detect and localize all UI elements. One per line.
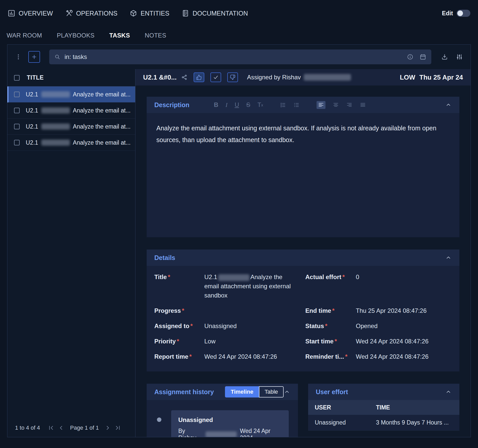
- timeline-entry-date: Wed 24 Apr 2024: [240, 428, 282, 437]
- task-row[interactable]: U2.1 Analyze the email at...: [7, 135, 135, 151]
- nav-item-overview[interactable]: OVERVIEW: [8, 9, 53, 17]
- thumbs-down-button[interactable]: [227, 72, 238, 82]
- field-label-reminder-time: Reminder ti...*: [305, 352, 356, 361]
- search-icon: [54, 54, 60, 60]
- collapse-description-icon[interactable]: [445, 102, 452, 108]
- list-pagination: 1 to 4 of 4 Page 1 of 1: [7, 419, 135, 437]
- bullet-list-icon[interactable]: [293, 102, 300, 108]
- thumbs-up-button[interactable]: [194, 72, 204, 82]
- table-tab[interactable]: Table: [259, 386, 284, 397]
- strikethrough-icon[interactable]: S: [246, 101, 250, 108]
- detail-scroll-area: Description B I U S Tx: [135, 85, 471, 437]
- field-value-end-time: Thu 25 Apr 2024 08:47:26: [356, 306, 452, 315]
- sub-nav: WAR ROOM PLAYBOOKS TASKS NOTES: [0, 27, 478, 44]
- pager-controls: Page 1 of 1: [48, 425, 121, 431]
- user-effort-user: Unassigned: [315, 419, 376, 426]
- time-column-header: TIME: [376, 404, 390, 411]
- share-graph-icon[interactable]: [181, 74, 187, 80]
- collapse-details-icon[interactable]: [445, 254, 452, 261]
- clear-formatting-t: T: [257, 101, 261, 108]
- priority-value: LOW: [400, 73, 415, 81]
- required-marker: *: [325, 322, 327, 329]
- tab-playbooks[interactable]: PLAYBOOKS: [57, 32, 95, 39]
- calendar-icon[interactable]: [420, 54, 426, 60]
- kebab-menu-icon[interactable]: [15, 54, 22, 60]
- title-column-header: TITLE: [27, 74, 44, 81]
- redacted-text: [41, 140, 70, 146]
- task-row[interactable]: U2.1 Analyze the email at...: [7, 103, 135, 119]
- edit-mode-control: Edit: [442, 10, 470, 17]
- field-value-priority: Low: [204, 337, 305, 346]
- task-row-title: Analyze the email at...: [73, 107, 131, 114]
- task-row[interactable]: U2.1 Analyze the email at...: [7, 119, 135, 135]
- underline-icon[interactable]: U: [235, 101, 239, 108]
- top-nav: OVERVIEW OPERATIONS ENTITIES DOCUMENTATI…: [0, 0, 478, 27]
- thumbs-down-icon: [230, 74, 235, 80]
- required-marker: *: [182, 307, 184, 314]
- search-input[interactable]: in: tasks: [49, 49, 431, 64]
- assigned-by-label: Assigned by Rishav: [247, 74, 301, 81]
- field-value-assigned-to: Unassigned: [204, 321, 305, 331]
- row-checkbox[interactable]: [14, 108, 20, 113]
- align-right-icon[interactable]: [346, 102, 353, 108]
- toolbar-right-actions: [441, 53, 463, 60]
- tools-icon: [65, 9, 73, 17]
- search-query-text: in: tasks: [65, 53, 87, 60]
- redacted-text: [41, 91, 70, 97]
- nav-overview-label: OVERVIEW: [19, 10, 53, 17]
- nav-entities-label: ENTITIES: [141, 10, 169, 17]
- bottom-sections: Assignment history Timeline Table: [147, 384, 459, 437]
- nav-item-operations[interactable]: OPERATIONS: [65, 9, 117, 17]
- complete-task-button[interactable]: [210, 72, 221, 82]
- assignment-history-title: Assignment history: [154, 388, 214, 396]
- row-checkbox[interactable]: [14, 124, 20, 129]
- nav-item-documentation[interactable]: DOCUMENTATION: [182, 9, 248, 17]
- last-page-icon[interactable]: [115, 425, 121, 431]
- field-label-priority: Priority*: [154, 337, 204, 346]
- prev-page-icon[interactable]: [58, 425, 65, 431]
- bold-icon[interactable]: B: [214, 101, 218, 108]
- redacted-text: [218, 274, 249, 281]
- field-label-title: Title*: [154, 272, 204, 282]
- task-row[interactable]: U2.1 Analyze the email at...: [7, 86, 135, 103]
- clear-formatting-icon[interactable]: Tx: [257, 101, 263, 108]
- info-icon[interactable]: [407, 54, 413, 60]
- task-row-title: Analyze the email at...: [73, 91, 131, 98]
- assignment-timeline: Unassigned By Rishav Wed 24 Apr 2024: [147, 400, 298, 437]
- required-marker: *: [342, 273, 345, 280]
- field-label-report-time: Report time*: [154, 352, 204, 361]
- description-header: Description B I U S Tx: [147, 97, 459, 113]
- tab-war-room[interactable]: WAR ROOM: [7, 32, 42, 39]
- user-effort-table-header: USER TIME: [308, 400, 459, 415]
- task-row-prefix: U2.1: [26, 107, 38, 114]
- align-justify-icon[interactable]: [360, 102, 366, 108]
- tab-tasks[interactable]: TASKS: [109, 32, 130, 39]
- add-task-button[interactable]: [28, 51, 40, 63]
- download-icon[interactable]: [441, 53, 448, 60]
- field-label-progress: Progress*: [154, 306, 204, 315]
- ordered-list-icon[interactable]: [280, 102, 286, 108]
- task-row-prefix: U2.1: [26, 91, 38, 98]
- bar-chart-icon: [8, 9, 15, 17]
- timeline-tab[interactable]: Timeline: [225, 386, 259, 397]
- filters-sliders-icon[interactable]: [456, 53, 463, 60]
- row-checkbox[interactable]: [14, 140, 20, 145]
- redacted-text: [41, 123, 70, 130]
- first-page-icon[interactable]: [48, 425, 54, 431]
- details-fields: Title* U2.1Analyze the email attachment …: [147, 266, 459, 371]
- edit-toggle[interactable]: [457, 10, 470, 17]
- nav-item-entities[interactable]: ENTITIES: [130, 9, 169, 17]
- align-center-icon[interactable]: [333, 102, 339, 108]
- collapse-assignment-history-icon[interactable]: [284, 389, 290, 395]
- collapse-user-effort-icon[interactable]: [445, 389, 452, 395]
- row-checkbox[interactable]: [14, 92, 20, 97]
- description-title: Description: [154, 101, 190, 109]
- select-all-checkbox[interactable]: [14, 75, 20, 81]
- next-page-icon[interactable]: [104, 425, 111, 431]
- tab-notes[interactable]: NOTES: [145, 32, 166, 39]
- required-marker: *: [345, 353, 347, 360]
- italic-icon[interactable]: I: [225, 102, 228, 108]
- row-range-label: 1 to 4 of 4: [15, 425, 40, 431]
- align-left-icon[interactable]: [317, 101, 325, 109]
- assigned-by: Assigned by Rishav: [247, 74, 351, 81]
